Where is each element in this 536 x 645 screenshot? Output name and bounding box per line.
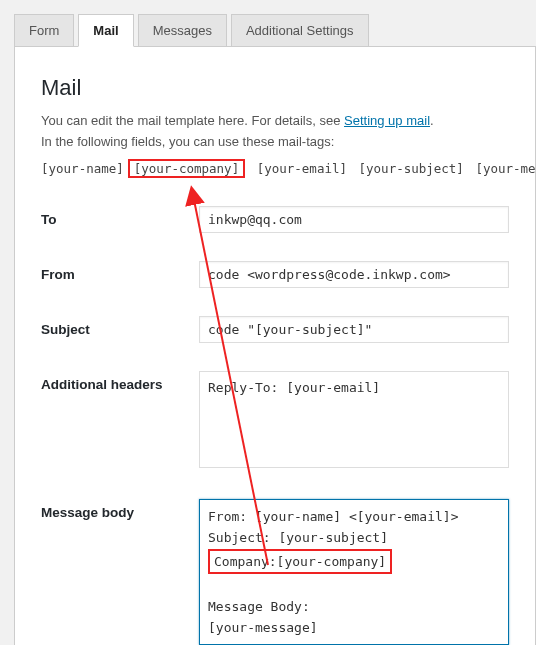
row-message-body: Message body From: [your-name] <[your-em… — [41, 499, 509, 645]
tab-messages[interactable]: Messages — [138, 14, 227, 47]
row-to: To — [41, 206, 509, 233]
tab-form[interactable]: Form — [14, 14, 74, 47]
row-subject: Subject — [41, 316, 509, 343]
mail-panel: Mail You can edit the mail template here… — [14, 46, 536, 645]
label-message-body: Message body — [41, 499, 199, 520]
label-additional-headers: Additional headers — [41, 371, 199, 392]
input-to[interactable] — [199, 206, 509, 233]
tag-your-name: [your-name] — [41, 161, 124, 176]
tab-mail[interactable]: Mail — [78, 14, 133, 47]
row-from: From — [41, 261, 509, 288]
input-subject[interactable] — [199, 316, 509, 343]
tab-additional-settings[interactable]: Additional Settings — [231, 14, 369, 47]
input-from[interactable] — [199, 261, 509, 288]
intro-line1-b: . — [430, 113, 434, 128]
tag-your-subject: [your-subject] — [359, 161, 464, 176]
body-line-subject: Subject: [your-subject] — [208, 530, 388, 545]
body-line-company-highlighted: Company:[your-company] — [208, 549, 392, 574]
mail-tags-row: [your-name][your-company] [your-email] [… — [41, 159, 509, 178]
textarea-message-body[interactable]: From: [your-name] <[your-email]> Subject… — [199, 499, 509, 645]
tag-your-company-highlighted: [your-company] — [128, 159, 245, 178]
tag-your-email: [your-email] — [257, 161, 347, 176]
body-line-message-a: Message Body: — [208, 599, 310, 614]
textarea-additional-headers[interactable]: Reply-To: [your-email] — [199, 371, 509, 468]
label-from: From — [41, 261, 199, 282]
body-line-from: From: [your-name] <[your-email]> — [208, 509, 458, 524]
tag-your-message: [your-message] — [475, 161, 536, 176]
tabs: Form Mail Messages Additional Settings — [14, 14, 536, 46]
body-line-message-b: [your-message] — [208, 620, 318, 635]
intro-line1-a: You can edit the mail template here. For… — [41, 113, 344, 128]
intro-text: You can edit the mail template here. For… — [41, 111, 509, 153]
label-to: To — [41, 206, 199, 227]
label-subject: Subject — [41, 316, 199, 337]
row-additional-headers: Additional headers Reply-To: [your-email… — [41, 371, 509, 471]
link-setting-up-mail[interactable]: Setting up mail — [344, 113, 430, 128]
intro-line2: In the following fields, you can use the… — [41, 134, 334, 149]
section-title: Mail — [41, 75, 509, 101]
